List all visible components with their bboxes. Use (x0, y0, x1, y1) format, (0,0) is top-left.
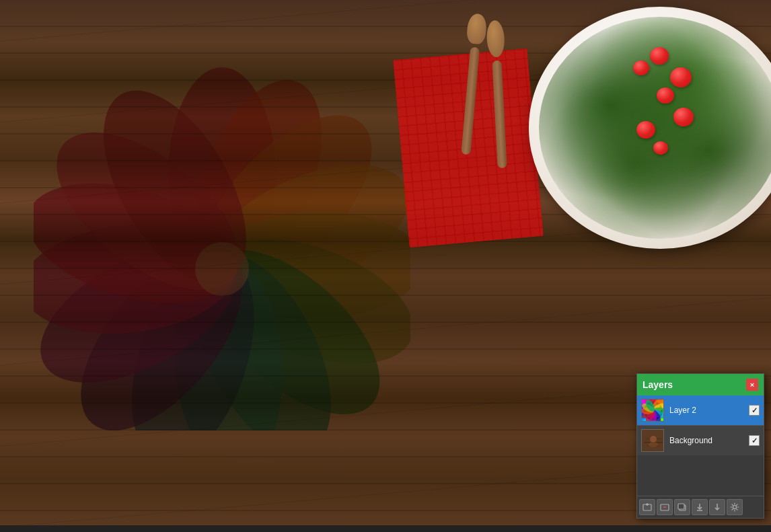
layers-empty-area (637, 455, 764, 496)
layers-toolbar (637, 496, 764, 518)
tomato (670, 67, 692, 87)
background-layer-name: Background (669, 436, 749, 445)
layers-panel-header: Layers × (637, 374, 764, 395)
add-layer-button[interactable] (639, 499, 655, 515)
merge-down-button[interactable] (692, 499, 708, 515)
svg-point-35 (649, 442, 658, 447)
layer-item-background[interactable]: Background ✓ (637, 426, 764, 455)
svg-point-46 (733, 506, 737, 509)
layers-panel-title: Layers (642, 379, 673, 390)
layer-settings-button[interactable] (727, 499, 743, 515)
svg-point-34 (650, 436, 657, 443)
tomato (636, 121, 655, 139)
svg-point-16 (195, 242, 249, 296)
tomato (650, 47, 669, 65)
tomato (657, 87, 674, 104)
duplicate-layer-button[interactable] (674, 499, 690, 515)
tomato (633, 61, 649, 75)
bottom-bar (0, 525, 771, 532)
layers-panel: Layers × .cw { fill: none; } (636, 373, 764, 519)
svg-rect-42 (678, 504, 684, 509)
canvas-area: Layers × .cw { fill: none; } (0, 0, 771, 532)
layer2-thumbnail: .cw { fill: none; } (641, 399, 664, 422)
color-wheel-flower (34, 40, 410, 430)
layer-item-layer2[interactable]: .cw { fill: none; } (637, 395, 764, 425)
move-layer-down-button[interactable] (709, 499, 725, 515)
delete-layer-button[interactable] (657, 499, 673, 515)
layer2-visibility-checkbox[interactable]: ✓ (749, 405, 760, 416)
background-thumbnail (641, 429, 664, 452)
background-visibility-checkbox[interactable]: ✓ (749, 435, 760, 446)
layer2-name: Layer 2 (669, 406, 749, 415)
tomato (673, 108, 694, 126)
layers-close-button[interactable]: × (746, 379, 758, 391)
tomato (653, 141, 668, 155)
